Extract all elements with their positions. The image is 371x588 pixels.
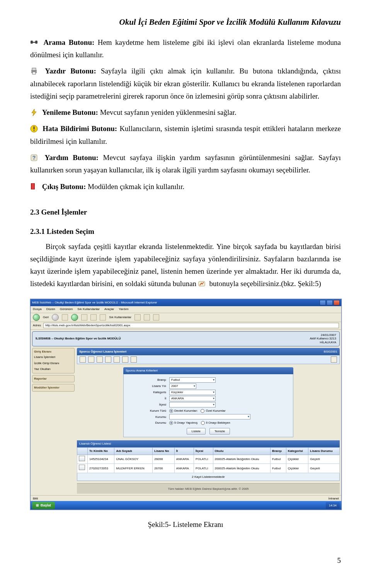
th-select [77, 448, 88, 455]
tb-search-icon[interactable] [105, 356, 111, 363]
cell-kategori: Çiçükler [286, 455, 308, 464]
operation-toolbar [77, 355, 340, 364]
window-title-text: MEB İlsisWeb – Okuliçi Beden Eğitimi Spo… [32, 300, 157, 305]
cell-durum: Geçerli [308, 455, 340, 464]
tb-error-icon[interactable] [131, 356, 137, 363]
mail-icon[interactable] [144, 314, 150, 320]
th-il[interactable]: İl [174, 448, 194, 455]
start-button[interactable]: ⊞ Başlat [32, 502, 55, 509]
arama-button-label: Arama Butonu: [43, 38, 94, 46]
th-tckimlik[interactable]: Tc Kimlik No [88, 448, 114, 455]
cell-ilce: POLATLI [194, 455, 213, 464]
radio-devlet[interactable] [169, 409, 173, 413]
select-il[interactable]: ANKARA [169, 396, 216, 401]
sidebar-panel-moduller[interactable]: Modüller İşlemler [32, 384, 75, 392]
stop-icon[interactable] [62, 314, 68, 320]
print-icon[interactable] [153, 314, 159, 320]
menu-dosya[interactable]: Dosya [33, 307, 42, 312]
paragraph-yenileme: Yenileme Butonu: Mevcut sayfanın yeniden… [30, 106, 341, 119]
label-ilce: İlçesi [128, 402, 169, 407]
radio-ozel[interactable] [201, 409, 204, 413]
sidebar-panel-raporlar[interactable]: Raporlar [32, 375, 75, 383]
th-adsoyad[interactable]: Adı Soyadı [114, 448, 153, 455]
radio-onay-yapilmis[interactable] [169, 421, 173, 425]
help-question-icon: ? [30, 154, 38, 162]
tb-refresh-icon[interactable] [122, 356, 128, 363]
home-icon[interactable] [81, 314, 87, 320]
menu-yardim[interactable]: Yardım [119, 307, 128, 312]
sidebar-item-yazokullari[interactable]: Yaz Okulları [34, 366, 73, 372]
tb-print-icon[interactable] [114, 356, 120, 363]
menu-gorunum[interactable]: Görünüm [60, 307, 73, 312]
label-durumu: Durumu [128, 420, 169, 426]
radio-onay-bekleyen[interactable] [201, 421, 205, 425]
module-header: İLSİSWEB – Okuliçi Beden Eğitim Spor ve … [32, 331, 340, 346]
page-content: İLSİSWEB – Okuliçi Beden Eğitim Spor ve … [31, 330, 341, 496]
subsection-2-3-1-heading: 2.3.1 Listeden Seçim [30, 225, 341, 238]
hata-button-label: Hata Bildirimi Butonu: [43, 124, 117, 133]
figure-caption: Şekil:5- Listeleme Ekranı [30, 518, 341, 531]
browser-menubar: Dosya Düzen Görünüm Sık Kullanılanlar Ar… [31, 306, 341, 313]
maximize-button[interactable] [327, 300, 333, 305]
page-header-title: Okul İçi Beden Eğitimi Spor ve İzcilik M… [30, 15, 341, 29]
select-ilce[interactable] [169, 402, 216, 407]
error-report-icon [30, 125, 38, 133]
forward-button[interactable] [52, 314, 59, 321]
tb-save-icon[interactable] [88, 356, 94, 363]
history-icon[interactable] [134, 314, 141, 320]
select-kurumu[interactable] [169, 414, 250, 419]
svg-rect-0 [31, 41, 33, 44]
tb-new-icon[interactable] [80, 356, 86, 363]
th-lisansdurumu[interactable]: Lisans Durumu [308, 448, 340, 455]
sidebar-title-giris: Giriş Ekranı [34, 349, 73, 355]
th-bransi[interactable]: Branşı [270, 448, 286, 455]
menu-sikkullanilanlar[interactable]: Sık Kullanılanlar [77, 307, 100, 312]
row-select-button[interactable] [79, 465, 85, 470]
student-list-panel: Lisanslı Öğrenci Listesi Tc Kimlik No Ad… [77, 440, 340, 481]
module-active-user: Aktif Kullanıcı:3213 [310, 337, 336, 341]
cell-ad: MUZAFFER ERKEN [114, 464, 153, 473]
select-kategori[interactable]: Küçükler [169, 390, 216, 395]
sidebar-item-izcilik[interactable]: İzcilik Girişi Ekranı [34, 360, 73, 366]
search-panel-title: Sporcu Arama Kriterleri [123, 367, 293, 374]
th-lisansno[interactable]: Lisans No [153, 448, 175, 455]
sidebar-item-lisans[interactable]: Lisans İşlemleri [34, 354, 73, 360]
back-button[interactable] [33, 314, 40, 321]
table-row: 14525104234 ÜNAL GÖKSOY 26098 ANKARA POL… [77, 455, 340, 464]
paragraph-hata: Hata Bildirimi Butonu: Kullanıcıların, s… [30, 123, 341, 148]
th-kategorisi[interactable]: Kategorisi [286, 448, 308, 455]
liste-text-b: butonuyla seçebilirsiniz.(bkz. Şekil:5) [209, 280, 321, 288]
select-lisansyili[interactable]: 2007 [169, 383, 196, 389]
operation-code: BSI02001 [324, 349, 337, 355]
radio-onay-bekleyen-label: İl Onayı Bekleyen [206, 421, 230, 424]
select-bransi[interactable]: Futbol [169, 377, 216, 383]
tb-delete-icon[interactable] [97, 356, 103, 363]
radio-onay-yapilmis-label: İl Onayı Yapılmış [174, 421, 197, 424]
tb-help-icon[interactable] [331, 356, 337, 363]
favorites-icon[interactable] [100, 314, 106, 320]
th-okulu[interactable]: Okulu [213, 448, 270, 455]
search-icon[interactable] [90, 314, 97, 320]
address-input[interactable]: http://ilsis.meb.gov.tr/ilsisWeb/BedenSp… [43, 323, 339, 328]
row-select-button[interactable] [79, 456, 85, 461]
minimize-button[interactable] [320, 300, 326, 305]
menu-duzen[interactable]: Düzen [46, 307, 55, 312]
tray-clock[interactable]: 14:34 [326, 502, 340, 509]
operation-title: Sporcu Öğrenci Lisans İşlemleri [79, 349, 126, 355]
close-button[interactable] [334, 300, 340, 305]
status-right: İntranet [328, 496, 339, 501]
page-number: 5 [30, 554, 341, 567]
label-kategori: Kategoris [128, 390, 169, 395]
svg-rect-4 [32, 68, 36, 70]
list-footer: 2 Kayıt Listelenmektedir [77, 473, 340, 481]
radio-group-kurumturu: Devlet Kurumları Özel Kurumlar [169, 408, 226, 414]
refresh-button[interactable] [71, 314, 78, 321]
printer-icon [30, 67, 38, 75]
temizle-button[interactable]: Temizle [209, 428, 230, 435]
search-criteria-panel: Sporcu Arama Kriterleri Branşı Futbol Li… [123, 367, 293, 437]
menu-araclar[interactable]: Araçlar [104, 307, 114, 312]
listele-button[interactable]: Listele [187, 428, 206, 435]
browser-toolbar: Geri Sık Kullanılanlar [31, 313, 341, 322]
label-kurumturu: Kurum Türü [128, 408, 169, 414]
th-ilcesi[interactable]: İlçesi [194, 448, 213, 455]
